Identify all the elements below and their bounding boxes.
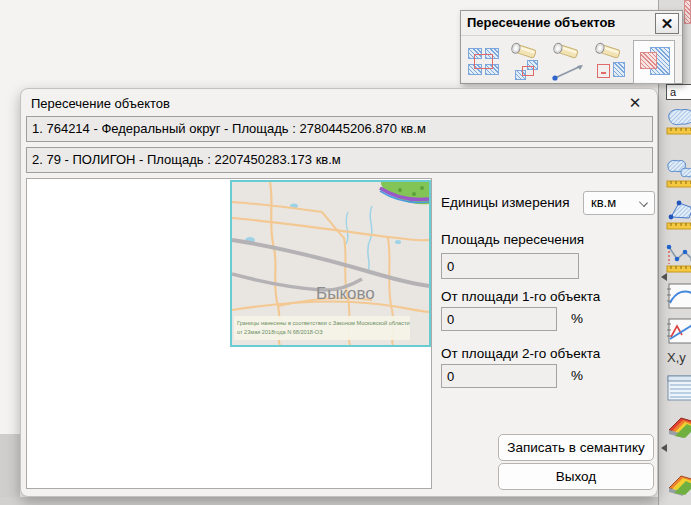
intersect-group-objects-button[interactable]: [463, 40, 505, 84]
surface-3d-icon[interactable]: [665, 408, 691, 442]
map-place-label: Быково: [316, 284, 375, 303]
pct2-label: От площади 2-го объекта: [441, 346, 600, 361]
pct2-input[interactable]: [441, 364, 557, 388]
surface-3d-second-icon[interactable]: [665, 468, 691, 502]
write-semantics-button[interactable]: Записать в семантику: [498, 434, 654, 461]
cross-section-chart-icon[interactable]: [665, 316, 691, 350]
object2-info-field: 2. 79 - ПОЛИГОН - Площадь : 2207450283.1…: [26, 147, 653, 173]
map-attribution-line1: Границы нанесены в соответствии с Законо…: [237, 320, 410, 326]
profile-chart-icon[interactable]: [665, 281, 691, 315]
toolbar-scroll-left-icon[interactable]: [661, 444, 667, 452]
background-left-area: [0, 434, 20, 505]
toolbar-buttons-row: [463, 39, 682, 85]
background-window-fragment: [684, 0, 691, 24]
toolbar-titlebar[interactable]: Пересечение объектов ✕: [461, 11, 682, 36]
intersection-toolbar-window: Пересечение объектов ✕: [460, 10, 683, 84]
units-dropdown[interactable]: кв.м: [583, 191, 655, 215]
search-intersections-line-button[interactable]: [547, 40, 589, 84]
dialog-titlebar[interactable]: Пересечение объектов ✕: [21, 89, 657, 115]
search-intersections-object-button[interactable]: [505, 40, 547, 84]
measure-subarea-icon[interactable]: [665, 158, 691, 192]
toolbar-scroll-left-icon[interactable]: [661, 273, 667, 281]
intersection-two-objects-button[interactable]: [633, 40, 675, 84]
units-label: Единицы измерения: [441, 195, 569, 210]
toolbar-title: Пересечение объектов: [467, 15, 615, 30]
text-fragment: a: [666, 84, 691, 100]
object1-info-field: 1. 764214 - Федеральный округ - Площадь …: [26, 116, 653, 142]
search-intersections-area-button[interactable]: [589, 40, 631, 84]
report-list-icon[interactable]: [665, 372, 691, 406]
dialog-title: Пересечение объектов: [31, 96, 170, 111]
pct2-percent-sign: %: [571, 368, 583, 383]
toolbar-close-icon[interactable]: ✕: [655, 13, 679, 34]
svg-text:X,y: X,y: [667, 350, 686, 365]
pct1-input[interactable]: [441, 307, 557, 331]
pct1-label: От площади 1-го объекта: [441, 289, 600, 304]
background-bottom-strip: [0, 497, 691, 505]
units-value: кв.м: [591, 195, 616, 210]
map-attribution-line2: от 23мая 2018года N 68/2018-ОЗ: [237, 329, 323, 335]
dialog-close-icon[interactable]: ✕: [625, 93, 645, 113]
map-preview: Быково Границы нанесены в соответствии с…: [230, 180, 431, 347]
measure-polyline-icon[interactable]: [665, 243, 691, 277]
exit-button[interactable]: Выход: [498, 463, 654, 490]
intersection-dialog: Пересечение объектов ✕ 1. 764214 - Федер…: [20, 88, 658, 497]
screen: a X,y: [0, 0, 691, 505]
intersection-area-input[interactable]: [441, 253, 579, 279]
intersection-area-label: Площадь пересечения: [441, 232, 584, 247]
chevron-down-icon: [639, 198, 648, 207]
map-panel: Быково Границы нанесены в соответствии с…: [26, 178, 432, 489]
pct1-percent-sign: %: [571, 311, 583, 326]
measure-area-icon[interactable]: [665, 106, 691, 140]
measure-polygon-icon[interactable]: [665, 200, 691, 234]
